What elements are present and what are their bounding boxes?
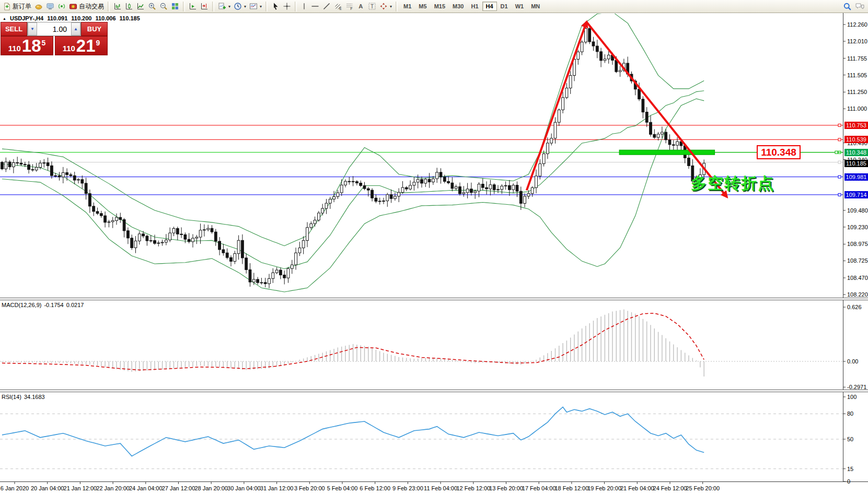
level-line-handle	[838, 138, 841, 141]
time-axis-label: 19 Feb 20:00	[587, 485, 621, 491]
panel-divider-main-macd[interactable]	[0, 298, 868, 300]
price-tick-label: 108.725	[847, 257, 868, 264]
label-tool-button[interactable]: T	[366, 1, 378, 12]
search-button[interactable]	[841, 1, 853, 12]
buy-price-box[interactable]: 110 21 9	[55, 36, 108, 55]
tile-windows-button[interactable]	[169, 1, 181, 12]
macd-main-value: -0.1754	[44, 302, 63, 308]
chart-shift-button[interactable]	[199, 1, 210, 12]
level-line-handle	[838, 161, 841, 163]
svg-text:T: T	[371, 4, 374, 9]
timeframe-d1[interactable]: D1	[497, 2, 512, 11]
time-axis-label: 12 Feb 12:00	[456, 485, 490, 491]
auto-scroll-button[interactable]	[187, 1, 199, 12]
toolbar-separator	[295, 2, 297, 11]
sell-price-box[interactable]: 110 18 5	[1, 36, 53, 55]
zoom-out-button[interactable]	[158, 1, 169, 12]
time-axis-label: 24 Jan 04:00	[129, 485, 163, 491]
time-axis-label: 13 Feb 20:00	[489, 485, 523, 491]
template-button[interactable]: ▾	[248, 1, 263, 12]
crosshair-icon	[283, 2, 291, 10]
vertical-line-icon	[300, 2, 308, 10]
price-badge: 110.348	[844, 149, 868, 156]
turning-point-annotation: 多空转折点	[691, 173, 774, 194]
time-axis-label: 6 Feb 12:00	[360, 485, 390, 491]
timeframe-m5[interactable]: M5	[415, 2, 430, 11]
trendline-tool-button[interactable]	[321, 1, 332, 12]
price-tick-label: 111.755	[847, 55, 867, 62]
price-tick-label: 112.260	[847, 21, 867, 28]
time-axis-label: 27 Jan 12:00	[162, 485, 195, 491]
chart-marker-icon: ▲	[3, 17, 6, 20]
buy-price-prefix: 110	[63, 44, 75, 53]
auto-scroll-icon	[189, 2, 197, 10]
bollinger-lower-band	[2, 99, 704, 292]
timeframe-w1[interactable]: W1	[512, 2, 528, 11]
sell-price-sup: 5	[42, 39, 46, 47]
one-click-trading-panel: SELL ▼ 1.00 ▲ BUY 110 18 5 110 21 9	[1, 22, 108, 55]
vertical-line-tool-button[interactable]	[299, 1, 309, 12]
buy-button[interactable]: BUY	[81, 22, 108, 36]
timeframe-m1[interactable]: M1	[400, 2, 415, 11]
sell-button[interactable]: SELL	[1, 22, 27, 36]
candlestick-button[interactable]	[123, 1, 135, 12]
price-badge: 110.539	[844, 136, 868, 143]
bar-chart-button[interactable]	[112, 1, 123, 12]
line-chart-icon	[136, 2, 145, 10]
remote-desktop-button[interactable]	[44, 1, 56, 12]
text-tool-button[interactable]: A	[355, 1, 366, 12]
crosshair-tool-button[interactable]	[281, 1, 293, 12]
price-tick-label: 108.470	[847, 275, 868, 281]
label-icon: T	[368, 2, 376, 10]
line-chart-button[interactable]	[135, 1, 146, 12]
cursor-icon	[271, 2, 280, 10]
zoom-out-icon	[159, 2, 168, 10]
gold-button[interactable]	[33, 1, 44, 12]
trendline-icon	[322, 2, 331, 10]
rsi-line	[2, 407, 704, 456]
channel-tool-button[interactable]: E	[332, 1, 344, 12]
macd-name: MACD(12,26,9)	[2, 302, 41, 308]
auto-trading-button[interactable]: 自动交易	[67, 1, 106, 12]
horizontal-line-tool-button[interactable]	[309, 1, 321, 12]
svg-text:F: F	[351, 7, 353, 10]
time-axis-label: 25 Feb 20:00	[686, 485, 720, 491]
timeframe-h4[interactable]: H4	[482, 2, 497, 11]
signal-button[interactable]	[56, 1, 67, 12]
arrows-tool-button[interactable]: ▾	[378, 1, 394, 12]
symbol-name: USDJPY-,H4	[10, 15, 43, 21]
fibonacci-tool-button[interactable]: F	[344, 1, 355, 12]
timeframe-mn[interactable]: MN	[527, 2, 543, 11]
price-level-flag[interactable]: 110.348	[757, 145, 801, 159]
volume-decrease-button[interactable]: ▼	[28, 22, 37, 36]
macd-indicator-label: MACD(12,26,9) -0.1754 0.0217	[2, 302, 84, 308]
trend-arrow	[586, 22, 727, 197]
level-line-handle	[838, 124, 841, 126]
new-chart-button[interactable]: ▾	[216, 1, 232, 12]
sell-price-prefix: 110	[8, 44, 21, 53]
trend-arrow	[527, 22, 587, 191]
periods-button[interactable]: ▾	[232, 1, 248, 12]
dropdown-caret-icon: ▾	[390, 4, 392, 9]
svg-text:A: A	[358, 3, 363, 9]
volume-value[interactable]: 1.00	[37, 22, 71, 36]
time-axis-label: 21 Feb 04:00	[620, 485, 654, 491]
panel-divider-macd-rsi[interactable]	[0, 390, 868, 392]
tile-windows-icon	[171, 2, 179, 10]
time-axis-label: 18 Feb 12:00	[554, 485, 588, 491]
dropdown-caret-icon: ▾	[260, 4, 262, 9]
top-toolbar: 新订单 自动交易 ▾ ▾ ▾	[0, 0, 868, 13]
chart-canvas[interactable]	[0, 0, 868, 494]
timeframe-m30[interactable]: M30	[449, 2, 467, 11]
volume-increase-button[interactable]: ▲	[71, 22, 80, 36]
rsi-indicator-label: RSI(14) 34.1683	[2, 394, 45, 400]
text-icon: A	[357, 2, 365, 10]
chat-button[interactable]	[853, 1, 866, 12]
new-order-button[interactable]: 新订单	[2, 1, 33, 12]
green-level-bar	[619, 150, 715, 155]
timeframe-m15[interactable]: M15	[431, 2, 449, 11]
zoom-in-button[interactable]	[146, 1, 158, 12]
cursor-tool-button[interactable]	[270, 1, 281, 12]
timeframe-h1[interactable]: H1	[467, 2, 482, 11]
level-line-handle	[838, 193, 841, 196]
